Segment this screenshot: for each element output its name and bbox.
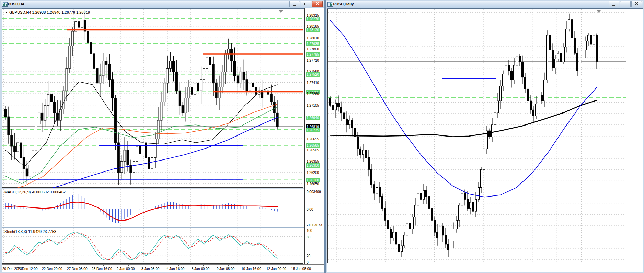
minimize-button[interactable] (609, 1, 619, 7)
level-price-label: 1.27935 (306, 41, 320, 46)
window-title: GBPUSD,H4 (2, 2, 289, 6)
symbol-info-line: ▼GBPUSD,H4 1.26938 1.26940 1.26776 1.268… (5, 10, 90, 14)
window-titlebar[interactable]: GBPUSD,H4 (1, 1, 324, 8)
time-axis-label: 15 Jan 08:00 (291, 267, 311, 271)
price-axis[interactable]: 1.283151.282701.281651.281201.280101.279… (304, 8, 324, 264)
axis-price-label: 1.28010 (307, 36, 319, 40)
stoch-axis-label: 20 (307, 254, 310, 258)
level-price-label: 1.26300 (306, 163, 320, 168)
level-price-label: 1.28120 (306, 28, 320, 32)
time-axis-label: 9 Jan 08:00 (217, 267, 234, 271)
time-axis-label: 28 Dec 16:00 (92, 267, 112, 271)
axis-price-label: 1.26655 (307, 137, 319, 141)
level-price-label: 1.26565 (306, 143, 320, 148)
chart-window-icon (327, 2, 333, 7)
axis-price-label: 1.26050 (307, 182, 319, 186)
macd-axis-label: -0.003073 (307, 223, 322, 227)
axis-price-label: 1.26505 (307, 148, 319, 152)
macd-axis-label: 0.003409 (307, 190, 321, 194)
time-axis-label: 4 Jan 16:00 (166, 267, 184, 271)
macd-indicator-label: MACD(12,26,9) -0.000502 0.000462 (4, 190, 66, 194)
chart-window-icon (2, 2, 8, 7)
time-axis[interactable]: 20 Dec 202321 Dec 12:0022 Dec 20:0027 De… (2, 264, 324, 272)
time-axis-label: 12 Jan 00:00 (266, 267, 286, 271)
close-button[interactable] (631, 1, 642, 7)
axis-price-label: 1.27710 (307, 58, 319, 63)
main-price-pane[interactable] (2, 9, 303, 188)
time-axis-label: 3 Jan 08:00 (141, 267, 159, 271)
time-axis-label: 27 Dec 08:00 (67, 267, 88, 271)
restore-button[interactable] (301, 1, 311, 7)
minimize-button[interactable] (289, 1, 300, 7)
time-axis-label: 8 Jan 00:00 (192, 267, 209, 271)
level-price-label: 1.28270 (306, 17, 320, 21)
level-price-label: 1.26940 (306, 116, 320, 120)
stoch-indicator-label: Stoch(13,3,3) 11.9429 23.7753 (4, 229, 56, 234)
level-price-label: 1.27795 (306, 52, 320, 57)
axis-price-label: 1.26200 (307, 170, 319, 175)
time-axis-label: 21 Dec 12:00 (17, 267, 38, 271)
restore-button[interactable] (620, 1, 631, 7)
window-titlebar[interactable]: GBPUSD,Daily (326, 1, 643, 8)
axis-price-label: 1.27410 (307, 81, 319, 85)
axis-price-label: 1.27105 (307, 103, 319, 108)
axis-price-label: 1.27260 (307, 92, 319, 96)
level-price-label: 1.27520 (306, 72, 320, 77)
symbol-dropdown-icon[interactable]: ▼ (5, 11, 8, 14)
time-axis-label: 2 Jan 00:00 (117, 267, 135, 271)
stoch-axis-label: 80 (307, 235, 310, 239)
window-title: GBPUSD,Daily (327, 2, 609, 6)
level-price-label: 1.26775 (306, 128, 320, 132)
stoch-axis-label: 100 (307, 228, 312, 233)
axis-price-label: 1.27860 (307, 47, 319, 51)
close-button[interactable] (312, 1, 323, 7)
macd-pane[interactable] (2, 189, 303, 227)
time-axis-label: 10 Jan 16:00 (241, 267, 261, 271)
main-price-pane[interactable] (327, 9, 626, 263)
time-axis-label: 22 Dec 20:00 (42, 267, 62, 271)
macd-axis-label: 0.00 (307, 207, 313, 212)
